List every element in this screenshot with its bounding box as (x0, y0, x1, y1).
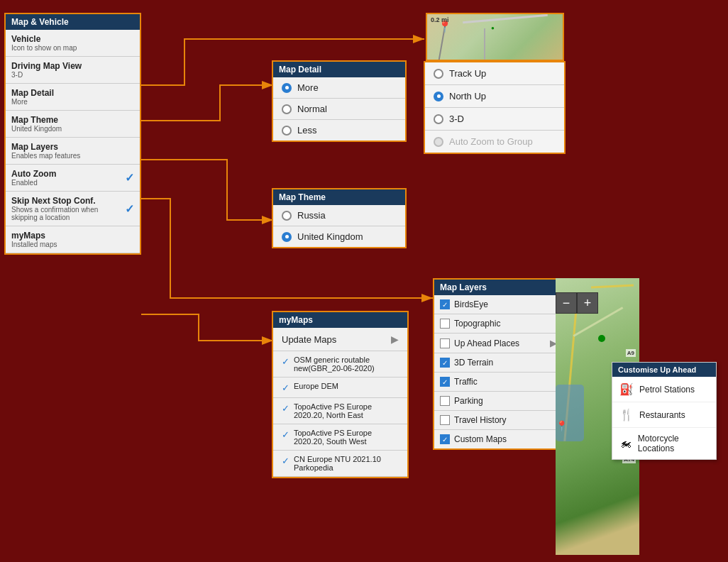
mymaps-label: myMaps (11, 231, 134, 241)
mymaps-check-3: ✓ (282, 429, 289, 440)
mymaps-panel: myMaps Update Maps ▶ ✓ OSM generic routa… (272, 311, 409, 478)
driving-map-view-panel: Track Up North Up 3-D Auto Zoom to Group (424, 61, 566, 154)
map-theme-panel: Map Theme Russia United Kingdom (272, 188, 407, 248)
sidebar-item-mymaps[interactable]: myMaps Installed maps (6, 226, 140, 253)
sidebar-item-auto-zoom[interactable]: Auto Zoom Enabled ✓ (6, 165, 140, 192)
customise-motorcycle-locations[interactable]: 🏍 Motorcycle Locations (612, 428, 716, 459)
mymaps-item-3[interactable]: ✓ TopoActive PS Europe 2020.20, South We… (273, 424, 407, 451)
driving-map-view-label: Driving Map View (11, 61, 134, 71)
customise-petrol-stations[interactable]: ⛽ Petrol Stations (612, 377, 716, 402)
less-radio[interactable] (282, 126, 292, 136)
up-ahead-label: Up Ahead Places (454, 338, 519, 348)
mymaps-check-4: ✓ (282, 456, 289, 466)
update-maps-label: Update Maps (282, 334, 336, 345)
map-theme-uk[interactable]: United Kingdom (273, 226, 405, 247)
mymaps-item-1[interactable]: ✓ Europe DEM (273, 378, 407, 398)
mymaps-label-2: TopoActive PS Europe 2020.20, North East (294, 402, 402, 419)
parking-label: Parking (454, 396, 483, 406)
custom-maps-label: Custom Maps (454, 434, 507, 444)
skip-next-stop-sub: Shows a confirmation when skipping a loc… (11, 206, 125, 221)
birdseye-checkbox[interactable]: ✓ (440, 299, 450, 309)
map-detail-label: Map Detail (11, 88, 134, 98)
north-up-radio[interactable] (434, 92, 443, 101)
north-up-label: North Up (449, 91, 486, 101)
russia-label: Russia (297, 210, 326, 221)
3d-terrain-label: 3D Terrain (454, 358, 493, 368)
uk-label: United Kingdom (297, 231, 363, 242)
3d-option[interactable]: 3-D (425, 108, 564, 131)
map-detail-panel: Map Detail More Normal Less (272, 60, 407, 142)
layer-custom-maps[interactable]: ✓ Custom Maps (434, 430, 563, 448)
petrol-icon: ⛽ (619, 382, 634, 396)
skip-next-stop-check: ✓ (125, 202, 134, 216)
travel-history-checkbox[interactable] (440, 415, 450, 425)
sidebar-item-vehicle[interactable]: Vehicle Icon to show on map (6, 30, 140, 57)
map-theme-russia[interactable]: Russia (273, 205, 405, 226)
traffic-checkbox[interactable]: ✓ (440, 377, 450, 387)
map-thumbnail: 📍 ● 0.2 mi (426, 13, 564, 61)
layer-parking[interactable]: Parking (434, 392, 563, 411)
update-maps-arrow: ▶ (391, 334, 399, 345)
map-layers-sub: Enables map features (11, 152, 134, 160)
up-ahead-checkbox[interactable] (440, 338, 450, 348)
motorcycle-icon: 🏍 (619, 437, 632, 450)
3d-terrain-checkbox[interactable]: ✓ (440, 358, 450, 368)
track-up-option[interactable]: Track Up (425, 62, 564, 85)
auto-zoom-sub: Enabled (11, 179, 56, 187)
layer-3d-terrain[interactable]: ✓ 3D Terrain (434, 353, 563, 373)
uk-radio[interactable] (282, 232, 292, 242)
mymaps-item-2[interactable]: ✓ TopoActive PS Europe 2020.20, North Ea… (273, 398, 407, 424)
update-maps-row[interactable]: Update Maps ▶ (273, 328, 407, 351)
parking-checkbox[interactable] (440, 396, 450, 406)
map-detail-normal[interactable]: Normal (273, 99, 405, 120)
map-detail-less[interactable]: Less (273, 120, 405, 140)
map-theme-label: Map Theme (11, 115, 134, 125)
auto-zoom-label: Auto Zoom (11, 169, 56, 179)
sidebar-item-driving-map-view[interactable]: Driving Map View 3-D (6, 57, 140, 84)
sidebar-item-skip-next-stop[interactable]: Skip Next Stop Conf. Shows a confirmatio… (6, 192, 140, 226)
mymaps-check-0: ✓ (282, 356, 289, 367)
layer-traffic[interactable]: ✓ Traffic (434, 373, 563, 392)
track-up-label: Track Up (449, 68, 486, 79)
customise-up-ahead-panel: Customise Up Ahead ⛽ Petrol Stations 🍴 R… (612, 362, 717, 460)
restaurants-label: Restaurants (639, 410, 685, 420)
normal-radio[interactable] (282, 104, 292, 114)
mymaps-label-4: CN Europe NTU 2021.10 Parkopedia (294, 455, 402, 472)
more-radio[interactable] (282, 83, 292, 93)
3d-label: 3-D (449, 114, 464, 124)
layer-birdseye[interactable]: ✓ BirdsEye (434, 295, 563, 314)
mymaps-sub: Installed maps (11, 241, 134, 248)
restaurants-icon: 🍴 (619, 408, 634, 422)
topographic-checkbox[interactable] (440, 319, 450, 329)
mymaps-item-4[interactable]: ✓ CN Europe NTU 2021.10 Parkopedia (273, 451, 407, 477)
3d-radio[interactable] (434, 114, 443, 124)
customise-restaurants[interactable]: 🍴 Restaurants (612, 402, 716, 428)
map-layers-label: Map Layers (11, 142, 134, 152)
layer-topographic[interactable]: Topographic (434, 314, 563, 334)
map-theme-header: Map Theme (273, 189, 405, 205)
more-label: More (297, 82, 319, 93)
topographic-label: Topographic (454, 319, 500, 329)
track-up-radio[interactable] (434, 69, 443, 79)
mymaps-item-0[interactable]: ✓ OSM generic routable new(GBR_20-06-202… (273, 351, 407, 378)
sidebar-item-map-detail[interactable]: Map Detail More (6, 84, 140, 111)
map-theme-sub: United Kingdom (11, 125, 134, 133)
motorcycle-locations-label: Motorcycle Locations (638, 434, 709, 453)
map-detail-more[interactable]: More (273, 77, 405, 99)
auto-zoom-group-option: Auto Zoom to Group (425, 131, 564, 153)
map-detail-sub: More (11, 98, 134, 106)
custom-maps-checkbox[interactable]: ✓ (440, 434, 450, 444)
mymaps-header: myMaps (273, 312, 407, 328)
auto-zoom-group-label: Auto Zoom to Group (449, 136, 533, 147)
map-detail-header: Map Detail (273, 62, 405, 77)
vehicle-label: Vehicle (11, 34, 134, 44)
layer-travel-history[interactable]: Travel History (434, 411, 563, 430)
driving-map-view-sub: 3-D (11, 71, 134, 79)
sidebar-item-map-layers[interactable]: Map Layers Enables map features (6, 138, 140, 165)
north-up-option[interactable]: North Up (425, 85, 564, 108)
traffic-label: Traffic (454, 377, 478, 387)
russia-radio[interactable] (282, 211, 292, 221)
layer-up-ahead-places[interactable]: Up Ahead Places ▶ (434, 334, 563, 353)
travel-history-label: Travel History (454, 415, 507, 425)
sidebar-item-map-theme[interactable]: Map Theme United Kingdom (6, 111, 140, 138)
